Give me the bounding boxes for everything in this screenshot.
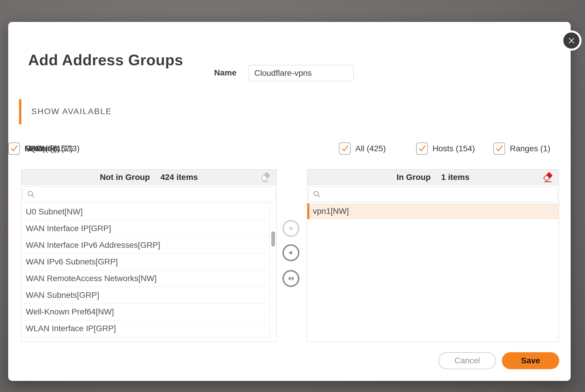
list-item[interactable]: WLAN Interface IP[GRP] — [21, 320, 270, 337]
in-group-list: vpn1[NW] — [307, 203, 559, 341]
in-group-panel: In Group 1 items — [307, 169, 559, 342]
checkbox-checked-icon[interactable] — [8, 142, 20, 155]
panel-item-count: 1 items — [441, 173, 470, 182]
right-arrow-icon — [287, 225, 295, 232]
in-group-search[interactable] — [308, 186, 557, 202]
clear-selection-button[interactable] — [260, 172, 272, 183]
list-item[interactable]: WAN Interface IPv6 Addresses[GRP] — [21, 237, 270, 254]
panel-title: In Group — [397, 173, 431, 182]
search-input[interactable] — [38, 187, 271, 202]
section-title: SHOW AVAILABLE — [31, 107, 112, 116]
scrollbar-thumb[interactable] — [271, 231, 275, 247]
save-button[interactable]: Save — [502, 352, 559, 369]
section-accent-bar — [19, 99, 21, 124]
list-item[interactable]: WAN Interface IP[GRP] — [21, 220, 270, 237]
add-address-groups-dialog: Add Address Groups Name SHOW AVAILABLE A… — [8, 22, 571, 381]
left-arrow-icon — [287, 249, 295, 257]
close-x-icon — [567, 37, 576, 45]
search-input[interactable] — [324, 187, 553, 202]
search-icon — [27, 190, 35, 199]
checkbox-checked-icon[interactable] — [339, 142, 351, 155]
list-item[interactable]: WAN Subnets[GRP] — [21, 287, 270, 304]
filter-groups[interactable]: Groups (157) — [8, 135, 73, 163]
move-right-button[interactable] — [282, 220, 299, 237]
filter-label: Hosts (154) — [433, 143, 475, 154]
search-icon — [313, 190, 321, 199]
cancel-button[interactable]: Cancel — [438, 352, 496, 369]
panel-title: Not in Group — [100, 173, 150, 182]
move-left-button[interactable] — [282, 244, 299, 261]
clear-group-button[interactable] — [542, 172, 554, 183]
not-in-group-header: Not in Group 424 items — [21, 170, 276, 185]
name-label: Name — [190, 68, 236, 78]
list-item[interactable]: WAN RemoteAccess Networks[NW] — [21, 270, 270, 287]
not-in-group-search[interactable] — [23, 186, 275, 202]
checkbox-checked-icon[interactable] — [416, 142, 428, 155]
move-all-left-button[interactable] — [282, 270, 299, 287]
list-item[interactable]: U0 Subnet[NW] — [21, 204, 270, 220]
filter-ranges[interactable]: Ranges (1) — [493, 135, 550, 163]
filter-label: Groups (157) — [25, 143, 73, 154]
filter-label: All (425) — [355, 143, 386, 154]
list-item[interactable]: Well-Known Pref64[NW] — [21, 304, 270, 320]
eraser-icon-red — [542, 172, 554, 183]
panel-item-count: 424 items — [160, 173, 198, 182]
dialog-title: Add Address Groups — [28, 51, 183, 69]
in-group-header: In Group 1 items — [307, 170, 559, 185]
eraser-icon — [260, 172, 272, 183]
filter-label: Ranges (1) — [510, 143, 550, 154]
not-in-group-panel: Not in Group 424 items — [21, 169, 277, 342]
name-input[interactable] — [249, 65, 354, 81]
filter-all[interactable]: All (425) — [339, 135, 386, 163]
double-left-arrow-icon — [287, 274, 295, 283]
filter-hosts[interactable]: Hosts (154) — [416, 135, 475, 163]
close-button[interactable] — [561, 30, 581, 51]
checkbox-checked-icon[interactable] — [493, 142, 505, 155]
list-item[interactable]: WAN IPv6 Subnets[GRP] — [21, 254, 270, 270]
selected-list-item[interactable]: vpn1[NW] — [307, 203, 559, 219]
not-in-group-list: U0 Subnet[NW] WAN Interface IP[GRP] WAN … — [21, 203, 276, 341]
